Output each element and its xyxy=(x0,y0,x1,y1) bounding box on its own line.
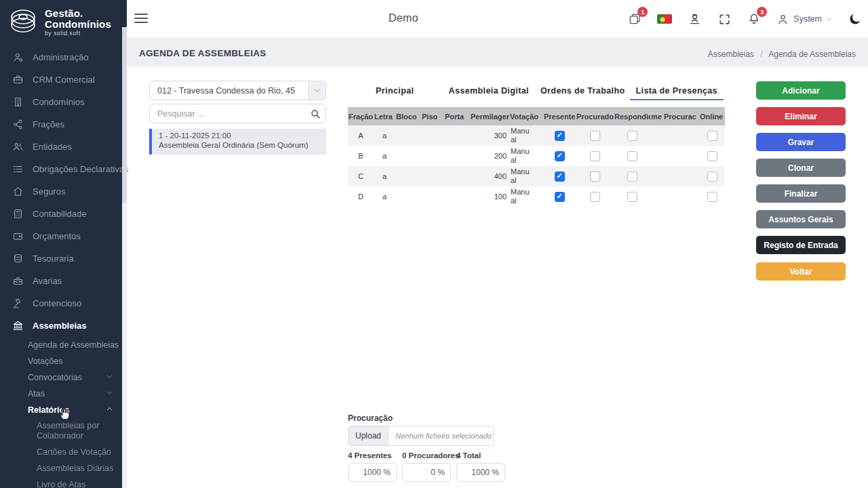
table-row: D a 100 Manual xyxy=(348,186,725,207)
sidebar-nav: Administração CRM Comercial Condomínios … xyxy=(0,43,127,488)
dark-mode-moon-icon[interactable] xyxy=(848,12,863,26)
sidebar-item-entidades[interactable]: Entidades xyxy=(0,136,127,158)
presente-checkbox[interactable] xyxy=(555,192,565,202)
sidebar-item-assembleias[interactable]: Assembleias xyxy=(0,314,127,337)
sidebar-subitem-relatorios[interactable]: Relatórios xyxy=(0,402,127,418)
sidebar-subitem-assembleias-por-colaborador[interactable]: Assembleias por Colaborador xyxy=(0,418,115,444)
col-piso: Piso xyxy=(421,113,444,121)
procurador-checkbox[interactable] xyxy=(590,151,600,161)
sidebar-item-obrigacoes-declarativas[interactable]: Obrigações Declarativas xyxy=(0,158,127,180)
sidebar-subitem-convocatorias[interactable]: Convocatórias xyxy=(0,369,127,386)
gavel-icon xyxy=(12,298,24,309)
search-box xyxy=(149,104,326,123)
online-checkbox[interactable] xyxy=(707,151,717,161)
online-checkbox[interactable] xyxy=(707,131,717,141)
tab-principal[interactable]: Principal xyxy=(348,83,442,100)
procurador-checkbox[interactable] xyxy=(590,131,600,141)
sidebar-subitem-assembleias-diarias[interactable]: Assembleias Diárias xyxy=(0,460,127,476)
meeting-list-item[interactable]: 1 - 20-11-2025 21:00 Assembleia Geral Or… xyxy=(149,129,326,155)
col-fracao: Fração xyxy=(348,113,374,121)
adicionar-button[interactable]: Adicionar xyxy=(756,81,846,100)
clonar-button[interactable]: Clonar xyxy=(756,159,846,177)
meeting-title: Assembleia Geral Ordinária (Sem Quórum) xyxy=(159,141,321,149)
topbar: Demo 1 3 System xyxy=(127,0,868,38)
procuradores-percent-input[interactable] xyxy=(402,463,451,482)
sidebar-item-tesouraria[interactable]: Tesouraria xyxy=(0,247,127,270)
brand-logo-icon xyxy=(7,6,39,39)
breadcrumb-parent[interactable]: Assembleias xyxy=(708,49,754,59)
presente-checkbox[interactable] xyxy=(555,131,565,141)
sidebar-subitem-atas[interactable]: Atas xyxy=(0,386,127,402)
tab-assembleia-digital[interactable]: Assembleia Digital xyxy=(442,83,536,100)
sidebar-item-label: Avarias xyxy=(33,276,62,286)
bell-icon[interactable]: 3 xyxy=(747,12,762,26)
sidebar-item-crm-comercial[interactable]: CRM Comercial xyxy=(0,68,127,91)
user-menu[interactable]: System xyxy=(776,13,833,26)
assuntos-gerais-button[interactable]: Assuntos Gerais xyxy=(756,210,846,228)
presente-checkbox[interactable] xyxy=(555,171,565,182)
condominium-select[interactable]: 012 - Travessa Condessa do Rio, 45 xyxy=(149,81,326,100)
respondido-checkbox[interactable] xyxy=(627,151,637,161)
sidebar-subitem-label: Assembleias Diárias xyxy=(37,464,113,473)
sidebar-item-avarias[interactable]: Avarias xyxy=(0,270,127,292)
language-flag-pt[interactable] xyxy=(657,12,672,26)
tab-lista-de-presencas[interactable]: Lista de Presenças xyxy=(630,83,724,100)
sidebar-item-orcamentos[interactable]: Orçamentos xyxy=(0,225,127,247)
total-percent-input[interactable] xyxy=(456,463,505,482)
voltar-button[interactable]: Voltar xyxy=(756,262,846,281)
sidebar-item-label: Contabilidade xyxy=(33,209,87,219)
file-placeholder[interactable]: Nenhum ficheiro selecionado xyxy=(389,426,494,446)
respondido-checkbox[interactable] xyxy=(627,171,637,182)
fullscreen-icon[interactable] xyxy=(717,12,732,26)
toolbox-icon xyxy=(12,275,24,287)
search-icon[interactable] xyxy=(305,108,326,119)
app-windows-icon[interactable]: 1 xyxy=(627,12,642,26)
online-checkbox[interactable] xyxy=(707,192,717,202)
menu-icon[interactable] xyxy=(134,12,149,24)
eliminar-button[interactable]: Eliminar xyxy=(756,107,846,125)
sidebar-item-contabilidade[interactable]: Contabilidade xyxy=(0,203,127,225)
procurador-checkbox[interactable] xyxy=(590,192,600,202)
search-input[interactable] xyxy=(150,109,305,119)
presence-table: Fração Letra Bloco Piso Porta Permilagem… xyxy=(348,107,725,207)
col-nome-procurador: me Procurac xyxy=(650,113,699,121)
sidebar-subitem-agenda-de-assembleias[interactable]: Agenda de Assembleias xyxy=(0,337,127,353)
sidebar-scrollbar-thumb[interactable] xyxy=(122,27,127,203)
tab-ordens-de-trabalho[interactable]: Ordens de Trabalho xyxy=(536,83,630,100)
sidebar-item-label: CRM Comercial xyxy=(33,75,95,85)
gravar-button[interactable]: Gravar xyxy=(756,133,846,151)
sidebar-subitem-label: Assembleias por Colaborador xyxy=(37,421,115,441)
total-count-label: 4 Total xyxy=(456,451,481,460)
detail-tabs: Principal Assembleia Digital Ordens de T… xyxy=(348,83,724,100)
procurador-checkbox[interactable] xyxy=(590,171,600,182)
table-header-row: Fração Letra Bloco Piso Porta Permilagem… xyxy=(348,107,725,125)
brand-text: Gestão. Condomínios by solid.soft xyxy=(45,8,111,37)
upload-button[interactable]: Upload xyxy=(348,426,389,446)
sidebar-item-administracao[interactable]: Administração xyxy=(0,46,127,68)
sidebar: Gestão. Condomínios by solid.soft Admini… xyxy=(0,0,127,488)
sidebar-item-fracoes[interactable]: Frações xyxy=(0,113,127,136)
brand-logo[interactable]: Gestão. Condomínios by solid.soft xyxy=(0,0,127,43)
presentes-percent-input[interactable] xyxy=(348,463,397,482)
sidebar-item-contencioso[interactable]: Contencioso xyxy=(0,292,127,314)
chevron-up-icon xyxy=(106,405,113,415)
respondido-checkbox[interactable] xyxy=(627,131,637,141)
user-label: System xyxy=(793,14,822,24)
support-agent-icon[interactable] xyxy=(687,12,702,26)
sidebar-item-condominios[interactable]: Condomínios xyxy=(0,91,127,113)
sidebar-item-label: Obrigações Declarativas xyxy=(33,164,129,174)
table-row: B a 200 Manual xyxy=(348,146,725,166)
respondido-checkbox[interactable] xyxy=(627,192,637,202)
presente-checkbox[interactable] xyxy=(555,151,565,161)
online-checkbox[interactable] xyxy=(707,171,717,182)
bank-icon xyxy=(12,320,24,331)
finalizar-button[interactable]: Finalizar xyxy=(756,184,846,203)
calculator-icon xyxy=(12,208,24,220)
sidebar-subitem-cartoes-de-votacao[interactable]: Cartões de Votação xyxy=(0,444,127,460)
chevron-down-icon xyxy=(106,389,113,399)
sidebar-subitem-livro-de-atas[interactable]: Livro de Atas xyxy=(0,476,127,488)
sidebar-subitem-votacoes[interactable]: Votações xyxy=(0,353,127,369)
sidebar-subitem-label: Relatórios xyxy=(28,405,69,415)
registo-de-entrada-button[interactable]: Registo de Entrada xyxy=(756,236,846,254)
sidebar-item-seguros[interactable]: Seguros xyxy=(0,180,127,203)
